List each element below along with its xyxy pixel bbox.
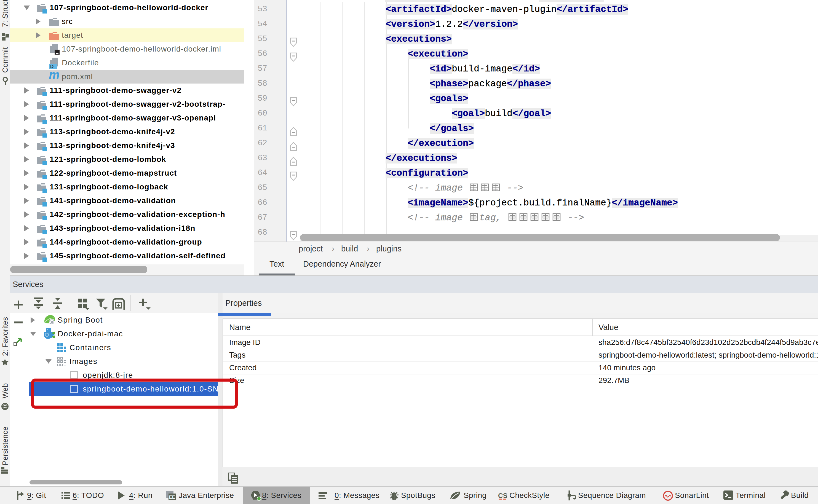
svg-text:EE: EE bbox=[169, 495, 175, 500]
svg-text:CS: CS bbox=[498, 492, 507, 499]
